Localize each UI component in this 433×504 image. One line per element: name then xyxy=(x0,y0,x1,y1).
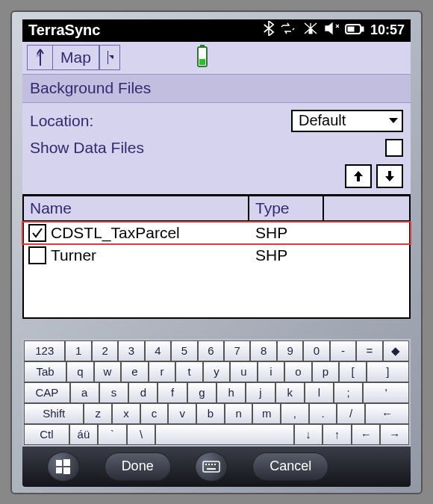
key-123[interactable]: 123 xyxy=(24,340,65,361)
svg-rect-13 xyxy=(203,461,219,472)
keyboard-toggle-button[interactable] xyxy=(195,452,228,482)
key[interactable]: 9 xyxy=(277,340,303,361)
table-empty-area xyxy=(22,267,411,319)
key-space[interactable] xyxy=(155,424,293,445)
clock-time[interactable]: 10:57 xyxy=(370,22,405,38)
move-down-button[interactable] xyxy=(376,164,403,188)
row-checkbox[interactable] xyxy=(28,246,46,264)
key[interactable]: \ xyxy=(127,424,156,445)
key-down[interactable]: ↓ xyxy=(294,424,323,445)
start-button[interactable] xyxy=(47,452,80,482)
key[interactable]: 2 xyxy=(92,340,118,361)
key[interactable]: 1 xyxy=(65,340,91,361)
key-tab[interactable]: Tab xyxy=(24,361,66,382)
key[interactable]: 7 xyxy=(224,340,250,361)
key[interactable]: x xyxy=(112,403,140,424)
gps-battery-icon xyxy=(195,44,210,71)
key-ctrl[interactable]: Ctl xyxy=(24,424,69,445)
key[interactable]: u xyxy=(230,361,258,382)
key[interactable]: j xyxy=(246,382,275,403)
svg-rect-16 xyxy=(211,464,213,465)
done-button[interactable]: Done xyxy=(105,452,171,481)
key[interactable]: m xyxy=(252,403,281,424)
key-shift[interactable]: Shift xyxy=(24,403,84,424)
key[interactable]: g xyxy=(187,382,216,403)
svg-text:N: N xyxy=(37,52,41,58)
key[interactable]: i xyxy=(258,361,285,382)
key[interactable]: s xyxy=(99,382,128,403)
bluetooth-icon xyxy=(263,21,275,40)
key[interactable]: p xyxy=(312,361,340,382)
key-right[interactable]: → xyxy=(380,424,409,445)
signal-icon xyxy=(303,22,318,39)
key-backspace[interactable]: ◆ xyxy=(383,340,409,361)
key[interactable]: ' xyxy=(363,382,409,403)
key[interactable]: h xyxy=(216,382,246,403)
key[interactable]: o xyxy=(284,361,312,382)
key[interactable]: b xyxy=(196,403,225,424)
move-up-button[interactable] xyxy=(345,164,372,188)
north-arrow-button[interactable]: N xyxy=(27,45,52,70)
key[interactable]: , xyxy=(281,403,309,424)
key[interactable]: 8 xyxy=(250,340,276,361)
key-caps[interactable]: CAP xyxy=(24,382,70,403)
key[interactable]: r xyxy=(149,361,176,382)
svg-rect-2 xyxy=(361,27,364,31)
row-name: CDSTL_TaxParcel xyxy=(51,224,180,242)
key[interactable]: k xyxy=(275,382,305,403)
show-data-files-label: Show Data Files xyxy=(30,139,144,157)
key[interactable]: 6 xyxy=(198,340,224,361)
key-up[interactable]: ↑ xyxy=(323,424,352,445)
location-value: Default xyxy=(299,112,346,129)
key[interactable]: l xyxy=(305,382,334,403)
key[interactable]: 5 xyxy=(171,340,197,361)
table-header: Name Type xyxy=(22,196,411,222)
key[interactable]: t xyxy=(175,361,203,382)
row-checkbox[interactable] xyxy=(28,224,46,242)
key[interactable]: z xyxy=(84,403,112,424)
key[interactable]: / xyxy=(337,403,365,424)
key[interactable]: ] xyxy=(367,361,409,382)
key[interactable]: q xyxy=(66,361,94,382)
key[interactable]: e xyxy=(121,361,149,382)
body-panel: Location: Default Show Data Files xyxy=(22,103,411,194)
svg-rect-0 xyxy=(309,29,312,34)
key[interactable]: d xyxy=(128,382,158,403)
key-intl[interactable]: áü xyxy=(69,424,99,445)
table-row[interactable]: Turner SHP xyxy=(22,244,411,267)
key-left[interactable]: ← xyxy=(352,424,381,445)
on-screen-keyboard: 123 1 2 3 4 5 6 7 8 9 0 - = ◆ Tab q w e … xyxy=(22,339,411,447)
key[interactable]: 4 xyxy=(145,340,171,361)
col-type[interactable]: Type xyxy=(249,196,324,220)
map-menu-button[interactable]: Map xyxy=(52,45,99,70)
key[interactable]: n xyxy=(225,403,253,424)
svg-rect-8 xyxy=(199,59,205,65)
key[interactable]: a xyxy=(70,382,99,403)
cancel-button[interactable]: Cancel xyxy=(252,452,328,481)
key[interactable]: f xyxy=(158,382,187,403)
key[interactable]: v xyxy=(168,403,196,424)
key[interactable]: - xyxy=(330,340,356,361)
file-table: Name Type CDSTL_TaxParcel SHP Turner SHP xyxy=(22,194,411,267)
key[interactable]: . xyxy=(309,403,337,424)
device-frame: TerraSync 10:57 N Map Background Files L… xyxy=(10,10,423,494)
key[interactable]: = xyxy=(356,340,382,361)
key[interactable]: ` xyxy=(98,424,127,445)
map-dropdown-button[interactable] xyxy=(99,45,120,70)
location-select[interactable]: Default xyxy=(291,110,403,132)
key[interactable]: ; xyxy=(334,382,363,403)
key[interactable]: 3 xyxy=(118,340,144,361)
soft-key-bar: Done Cancel xyxy=(22,447,411,487)
row-type: SHP xyxy=(251,244,325,267)
status-bar: TerraSync 10:57 xyxy=(22,19,411,42)
col-name[interactable]: Name xyxy=(22,196,249,220)
key[interactable]: c xyxy=(140,403,169,424)
show-data-files-checkbox[interactable] xyxy=(385,139,403,157)
key-enter[interactable]: ← xyxy=(365,403,409,424)
svg-rect-7 xyxy=(200,45,205,48)
key[interactable]: w xyxy=(94,361,122,382)
key[interactable]: y xyxy=(203,361,231,382)
key[interactable]: [ xyxy=(339,361,367,382)
table-row[interactable]: CDSTL_TaxParcel SHP xyxy=(22,222,411,244)
key[interactable]: 0 xyxy=(303,340,329,361)
